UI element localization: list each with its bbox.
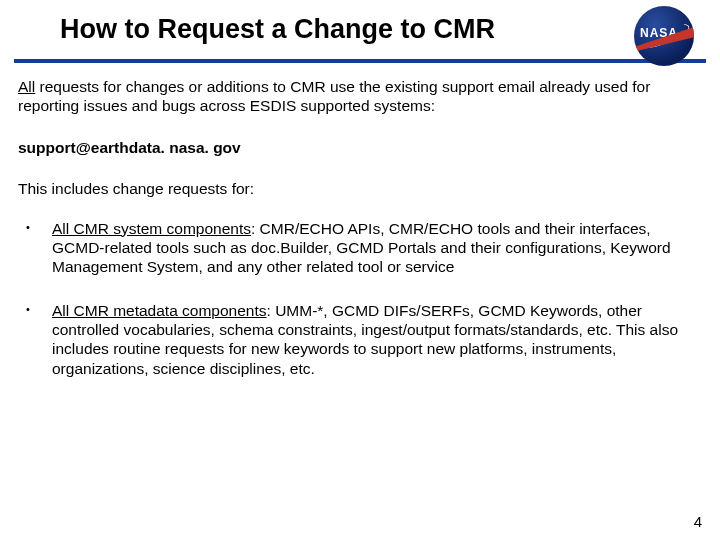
nasa-logo-icon: NASA bbox=[634, 6, 702, 62]
bullet-list: All CMR system components: CMR/ECHO APIs… bbox=[18, 219, 702, 379]
page-number: 4 bbox=[694, 513, 702, 530]
list-item: All CMR system components: CMR/ECHO APIs… bbox=[26, 219, 702, 277]
intro-rest: requests for changes or additions to CMR… bbox=[18, 78, 650, 114]
intro-underlined: All bbox=[18, 78, 35, 95]
slide-title: How to Request a Change to CMR bbox=[60, 14, 700, 45]
bullet-lead: All CMR metadata components bbox=[52, 302, 267, 319]
intro-paragraph: All requests for changes or additions to… bbox=[18, 77, 702, 116]
list-item: All CMR metadata components: UMM-*, GCMD… bbox=[26, 301, 702, 379]
includes-text: This includes change requests for: bbox=[18, 179, 702, 198]
slide-content: All requests for changes or additions to… bbox=[0, 63, 720, 378]
support-email: support@earthdata. nasa. gov bbox=[18, 138, 702, 157]
slide-header: How to Request a Change to CMR NASA bbox=[0, 0, 720, 51]
bullet-lead: All CMR system components bbox=[52, 220, 251, 237]
